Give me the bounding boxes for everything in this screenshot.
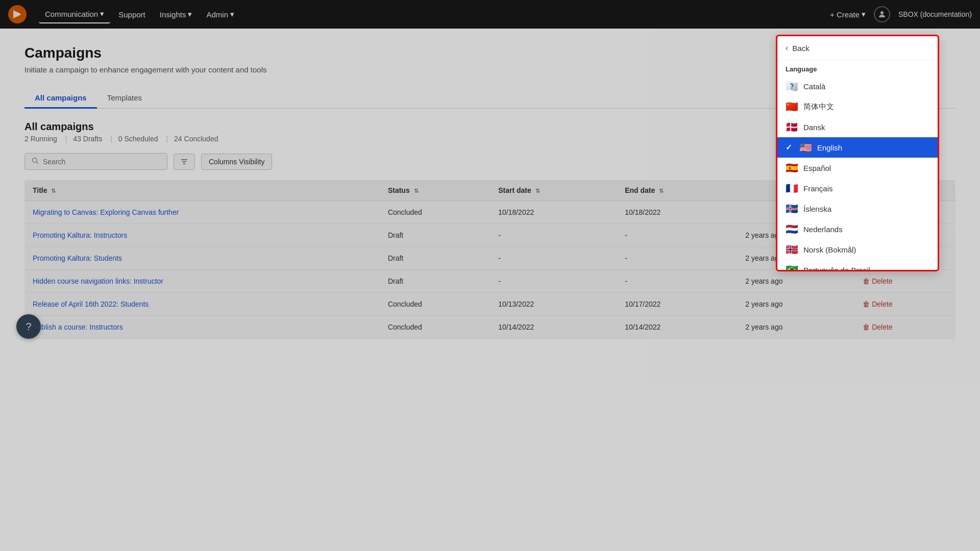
flag-icon: 🇫🇷: [786, 183, 798, 193]
language-name: English: [817, 143, 842, 152]
language-item[interactable]: ✓ 🇮🇸 Íslenska: [777, 198, 938, 219]
language-item[interactable]: ✓ 🇫🇷 Français: [777, 178, 938, 198]
language-list: ✓ 🏴󠁥󠁳󠁣󠁴󠁿 Català ✓ 🇨🇳 简体中文 ✓ 🇩🇰 Dansk ✓ 🇺…: [777, 76, 938, 270]
language-item[interactable]: ✓ 🇪🇸 Español: [777, 158, 938, 178]
language-name: 简体中文: [803, 102, 834, 112]
back-label: Back: [792, 44, 809, 53]
language-section-title: Language: [777, 60, 938, 76]
language-item[interactable]: ✓ 🇳🇴 Norsk (Bokmål): [777, 239, 938, 260]
language-item[interactable]: ✓ 🇨🇳 简体中文: [777, 96, 938, 117]
flag-icon: 🇧🇷: [786, 265, 798, 270]
language-name: Nederlands: [803, 225, 843, 234]
language-name: Português do Brasil: [803, 266, 870, 270]
language-item[interactable]: ✓ 🇧🇷 Português do Brasil: [777, 260, 938, 270]
language-dropdown: ‹ Back Language ✓ 🏴󠁥󠁳󠁣󠁴󠁿 Català ✓ 🇨🇳 简体中…: [776, 35, 939, 271]
language-back-button[interactable]: ‹ Back: [777, 36, 938, 60]
language-item[interactable]: ✓ 🇳🇱 Nederlands: [777, 219, 938, 239]
flag-icon: 🇳🇱: [786, 224, 798, 234]
check-icon: ✓: [786, 143, 792, 152]
flag-icon: 🏴󠁥󠁳󠁣󠁴󠁿: [786, 81, 798, 91]
language-item[interactable]: ✓ 🇩🇰 Dansk: [777, 117, 938, 137]
language-name: Français: [803, 184, 833, 193]
language-name: Norsk (Bokmål): [803, 245, 856, 254]
flag-icon: 🇨🇳: [786, 102, 798, 112]
flag-icon: 🇮🇸: [786, 204, 798, 214]
flag-icon: 🇳🇴: [786, 244, 798, 255]
language-name: Íslenska: [803, 205, 831, 213]
language-name: Dansk: [803, 123, 825, 132]
language-name: Español: [803, 164, 831, 172]
flag-icon: 🇪🇸: [786, 163, 798, 173]
language-item[interactable]: ✓ 🇺🇸 English: [777, 137, 938, 158]
flag-icon: 🇺🇸: [799, 142, 812, 153]
language-item[interactable]: ✓ 🏴󠁥󠁳󠁣󠁴󠁿 Català: [777, 76, 938, 96]
language-name: Català: [803, 82, 825, 91]
flag-icon: 🇩🇰: [786, 122, 798, 132]
back-arrow-icon: ‹: [786, 43, 788, 53]
